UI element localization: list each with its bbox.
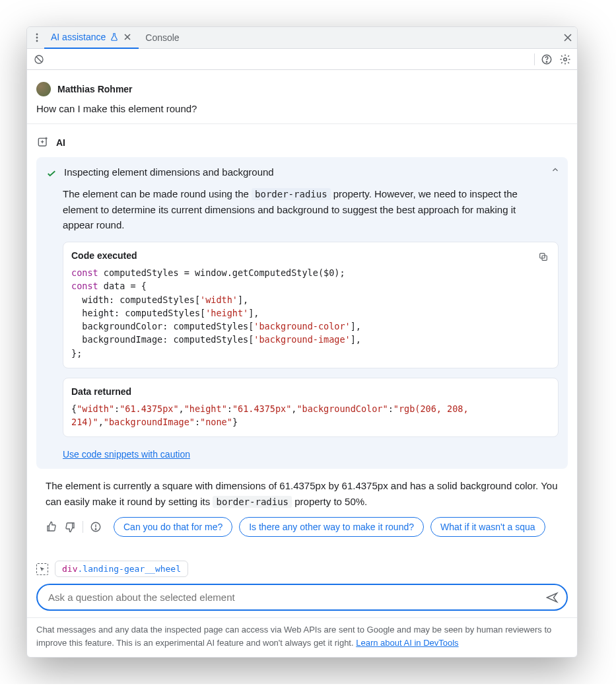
close-icon[interactable] [123,32,132,42]
report-icon[interactable] [90,521,102,533]
data-returned-title: Data returned [71,386,550,397]
svg-point-2 [36,40,38,42]
toolbar [27,49,577,70]
devtools-panel: AI assistance Console Matthias [26,26,578,658]
tab-label: Console [145,32,179,43]
tab-label: AI assistance [51,32,106,42]
caution-link[interactable]: Use code snippets with caution [63,449,190,460]
user-message: Matthias Rohmer How can I make this elem… [27,70,577,124]
ai-summary: The element is currently a square with d… [36,478,568,517]
user-question: How can I make this element round? [36,103,568,114]
svg-point-1 [36,37,38,39]
data-returned-card: Data returned {"width":"61.4375px","heig… [63,378,559,438]
block-icon[interactable] [32,53,46,66]
code-block: const computedStyles = window.getCompute… [71,266,550,360]
step-title: Inspecting element dimensions and backgr… [64,166,274,178]
avatar [36,82,51,96]
step-card: Inspecting element dimensions and backgr… [36,157,568,469]
suggestion-pill[interactable]: What if it wasn't a squa [430,517,545,537]
user-name: Matthias Rohmer [57,84,133,94]
copy-icon[interactable] [535,249,551,265]
code-block: {"width":"61.4375px","height":"61.4375px… [71,402,550,429]
svg-point-11 [95,529,96,530]
tab-ai-assistance[interactable]: AI assistance [44,27,139,49]
divider [534,53,535,65]
gear-icon[interactable] [559,53,572,66]
svg-point-0 [36,34,38,36]
tab-console[interactable]: Console [139,27,186,49]
svg-point-5 [546,61,547,62]
learn-link[interactable]: Learn about AI in DevTools [356,638,458,648]
step-description: The element can be made round using the … [36,186,568,242]
thumbs-down-icon[interactable] [64,521,76,533]
thumbs-up-icon[interactable] [46,521,57,533]
send-icon[interactable] [545,591,559,604]
question-input[interactable] [36,584,568,611]
code-executed-card: Code executed const computedStyles = win… [63,242,559,368]
check-icon [46,168,57,180]
svg-point-6 [564,57,567,61]
divider [83,521,83,533]
tab-bar: AI assistance Console [27,27,577,49]
suggestion-pill[interactable]: Can you do that for me? [114,517,232,537]
ai-label: AI [56,137,65,148]
select-element-icon[interactable] [36,563,48,575]
element-breadcrumb[interactable]: div.landing-gear__wheel [55,561,188,577]
collapse-icon[interactable] [551,165,560,174]
sparkle-icon [36,136,50,149]
more-menu-icon[interactable] [30,33,44,42]
inline-code: border-radius [252,188,331,200]
close-panel-icon[interactable] [559,33,577,42]
help-icon[interactable] [540,53,553,66]
ai-response: AI Inspecting element dimensions and bac… [27,124,577,558]
flask-icon [110,32,119,42]
code-executed-title: Code executed [71,250,550,261]
inline-code: border-radius [213,496,292,508]
footer-note: Chat messages and any data the inspected… [27,617,577,657]
context-row: div.landing-gear__wheel [27,558,577,584]
suggestion-pill[interactable]: Is there any other way to make it round? [239,517,424,537]
